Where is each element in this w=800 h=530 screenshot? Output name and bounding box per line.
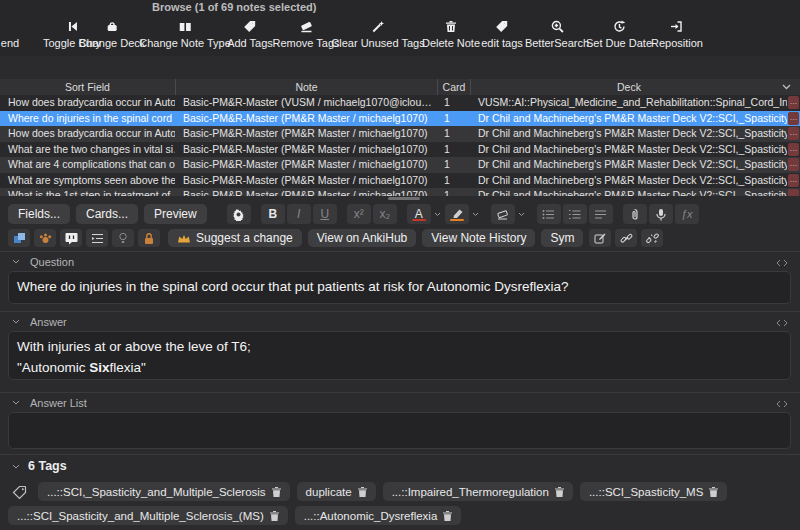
delete-tag-icon[interactable] bbox=[443, 511, 452, 521]
addon-protect-field-button[interactable] bbox=[138, 229, 160, 247]
tag-pill[interactable]: ...::Autonomic_Dysreflexia bbox=[295, 506, 462, 525]
toolbar-suspend-partial[interactable]: end bbox=[1, 19, 19, 49]
toolbar-add-tags[interactable]: Add Tags bbox=[227, 19, 273, 49]
cards-button[interactable]: Cards... bbox=[76, 204, 138, 224]
delete-tag-icon[interactable] bbox=[272, 487, 281, 497]
horizontal-scrollbar[interactable] bbox=[388, 197, 420, 200]
table-row[interactable]: What are symptoms seen above the… Basic-… bbox=[0, 173, 800, 189]
html-editor-icon[interactable] bbox=[776, 259, 788, 267]
addon-hint-button[interactable] bbox=[112, 229, 134, 247]
toolbar-remove-tags[interactable]: Remove Tags bbox=[272, 19, 339, 49]
text-color-chevron[interactable] bbox=[433, 204, 443, 224]
delete-tag-icon[interactable] bbox=[555, 487, 564, 497]
fields-button[interactable]: Fields... bbox=[8, 204, 70, 224]
answer-list-field-input[interactable] bbox=[8, 412, 791, 449]
table-row[interactable]: How does bradycardia occur in Auto… Basi… bbox=[0, 95, 800, 111]
answer-field-input[interactable]: With injuries at or above the leve of T6… bbox=[8, 331, 791, 380]
tag-pill[interactable]: duplicate bbox=[297, 482, 376, 501]
row-overflow-flag: … bbox=[788, 112, 799, 125]
justify-icon bbox=[594, 209, 607, 220]
addon-toolbar: Suggest a change View on AnkiHub View No… bbox=[8, 228, 792, 248]
equations-button[interactable]: ƒx bbox=[675, 204, 699, 224]
remove-link-button[interactable] bbox=[641, 229, 663, 247]
answer-line2: "Autonomic Sixflexia" bbox=[17, 360, 782, 375]
preview-button[interactable]: Preview bbox=[144, 204, 207, 224]
numbered-list-icon bbox=[568, 209, 581, 220]
bullet-list-icon bbox=[542, 209, 555, 220]
toolbar-edit-tags[interactable]: edit tags bbox=[481, 19, 523, 49]
italic-button[interactable]: I bbox=[287, 204, 311, 224]
html-editor-icon[interactable] bbox=[776, 400, 788, 408]
collapse-chevron-icon[interactable] bbox=[12, 259, 20, 264]
lock-icon bbox=[143, 232, 155, 245]
delete-tag-icon[interactable] bbox=[709, 487, 718, 497]
column-header-deck[interactable]: Deck bbox=[471, 79, 787, 95]
row-overflow-flag: … bbox=[788, 189, 799, 196]
addon-paw-button[interactable] bbox=[34, 229, 56, 247]
column-header-note[interactable]: Note bbox=[176, 79, 438, 95]
suggest-change-button[interactable]: Suggest a change bbox=[168, 229, 302, 247]
toolbar-change-deck[interactable]: Change Deck bbox=[79, 19, 146, 49]
bettersearch-icon bbox=[550, 19, 563, 33]
notes-table: How does bradycardia occur in Auto… Basi… bbox=[0, 95, 800, 196]
editor-settings-button[interactable] bbox=[227, 204, 251, 224]
text-color-button[interactable]: A bbox=[407, 204, 431, 224]
eraser-icon bbox=[496, 209, 509, 220]
superscript-button[interactable]: x² bbox=[347, 204, 371, 224]
divider bbox=[0, 392, 800, 393]
table-row[interactable]: What are the two changes in vital si… Ba… bbox=[0, 142, 800, 158]
indent-button[interactable] bbox=[589, 204, 613, 224]
tags-header[interactable]: 6 Tags bbox=[0, 458, 800, 476]
toolbar-reposition[interactable]: Reposition bbox=[651, 19, 703, 49]
html-editor-icon[interactable] bbox=[776, 319, 788, 327]
table-row[interactable]: How does bradycardia occur in Auto… Basi… bbox=[0, 126, 800, 142]
collapse-chevron-icon[interactable] bbox=[12, 400, 20, 405]
image-occlusion-button[interactable] bbox=[8, 229, 30, 247]
remove-formatting-button[interactable] bbox=[491, 204, 515, 224]
change-deck-icon bbox=[106, 19, 119, 33]
unordered-list-button[interactable] bbox=[537, 204, 561, 224]
collapse-chevron-icon[interactable] bbox=[12, 319, 20, 324]
tag-pill[interactable]: ...::SCI_Spasticity_and_Multiple_Scleros… bbox=[8, 506, 288, 525]
edit-note-button[interactable] bbox=[589, 229, 611, 247]
addon-chat-button[interactable] bbox=[60, 229, 82, 247]
highlight-color-button[interactable] bbox=[445, 204, 469, 224]
view-on-ankihub-button[interactable]: View on AnkiHub bbox=[308, 229, 417, 247]
change-note-type-icon bbox=[178, 19, 192, 33]
tag-pill[interactable]: ...::Impaired_Thermoregulation bbox=[383, 482, 573, 501]
table-row[interactable]: What are 4 complications that can o… Bas… bbox=[0, 157, 800, 173]
highlight-color-chevron[interactable] bbox=[471, 204, 481, 224]
question-field-header: Question bbox=[0, 255, 800, 271]
insert-link-button[interactable] bbox=[615, 229, 637, 247]
gear-icon bbox=[232, 208, 245, 221]
subscript-button[interactable]: x₂ bbox=[373, 204, 397, 224]
remove-formatting-chevron[interactable] bbox=[517, 204, 527, 224]
column-options-chevron-icon[interactable] bbox=[782, 84, 791, 90]
toolbar-delete-note[interactable]: Delete Note bbox=[422, 19, 480, 49]
toolbar-clear-unused-tags[interactable]: Clear Unused Tags bbox=[331, 19, 424, 49]
row-overflow-flag: … bbox=[788, 174, 799, 187]
main-toolbar: end Toggle Bury Change Deck Change Note … bbox=[0, 15, 800, 57]
column-header-card[interactable]: Card bbox=[438, 79, 471, 95]
edit-icon bbox=[594, 232, 606, 244]
table-row[interactable]: What is the 1st step in treatment of… Ba… bbox=[0, 188, 800, 196]
addon-indent-button[interactable] bbox=[86, 229, 108, 247]
underline-button[interactable]: U bbox=[313, 204, 337, 224]
view-note-history-button[interactable]: View Note History bbox=[422, 229, 535, 247]
delete-tag-icon[interactable] bbox=[270, 511, 279, 521]
toolbar-bettersearch[interactable]: BetterSearch bbox=[525, 19, 589, 49]
bold-button[interactable]: B bbox=[261, 204, 285, 224]
reposition-icon bbox=[670, 19, 683, 33]
question-field-input[interactable]: Where do injuries in the spinal cord occ… bbox=[8, 271, 791, 304]
ordered-list-button[interactable] bbox=[563, 204, 587, 224]
delete-tag-icon[interactable] bbox=[358, 487, 367, 497]
tag-pill[interactable]: ...::SCI_Spasticity_MS bbox=[580, 482, 727, 501]
table-row-selected[interactable]: Where do injuries in the spinal cord … B… bbox=[0, 111, 800, 127]
toolbar-change-note-type[interactable]: Change Note Type bbox=[139, 19, 231, 49]
record-audio-button[interactable] bbox=[649, 204, 673, 224]
sym-button[interactable]: Sym bbox=[541, 229, 583, 247]
toolbar-set-due-date[interactable]: Set Due Date bbox=[586, 19, 652, 49]
tag-pill[interactable]: ...::SCI,_Spasticity_and_Multiple_Sclero… bbox=[38, 482, 290, 501]
attach-button[interactable] bbox=[623, 204, 647, 224]
column-header-sort-field[interactable]: Sort Field bbox=[0, 79, 176, 95]
